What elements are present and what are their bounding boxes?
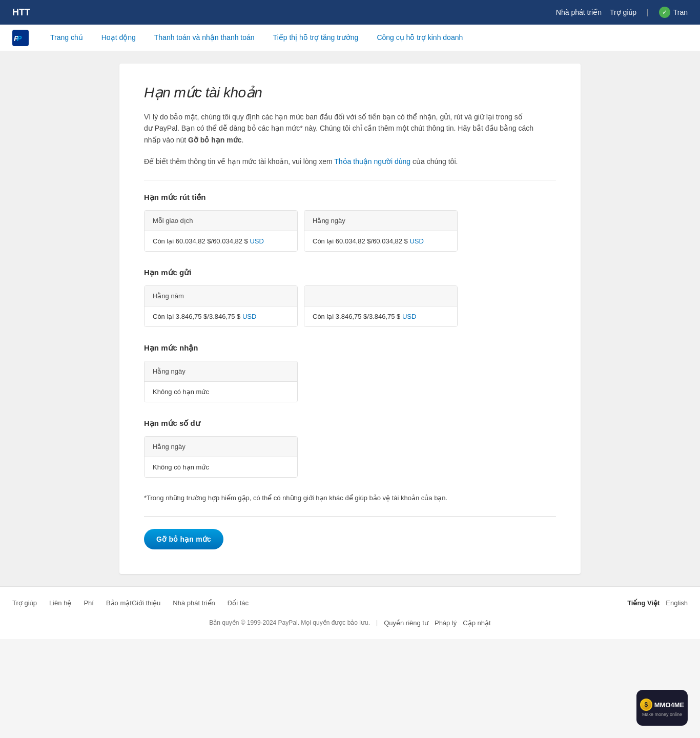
footer-link-partner[interactable]: Đối tác	[228, 599, 249, 607]
balance-daily-header: Hằng ngày	[145, 437, 297, 457]
withdraw-section-title: Hạn mức rút tiền	[144, 193, 556, 202]
page-wrapper: Hạn mức tài khoản Vì lý do bảo mật, chún…	[0, 51, 700, 586]
user-avatar: ✓	[659, 7, 670, 18]
svg-text:P: P	[17, 34, 22, 43]
footer-link-fees[interactable]: Phí	[84, 599, 94, 607]
send-section: Hạn mức gửi Hằng năm Còn lại 3.846,75 $/…	[144, 268, 556, 327]
footer-link-help[interactable]: Trợ giúp	[12, 599, 37, 607]
balance-grid: Hằng ngày Không có hạn mức	[144, 436, 556, 478]
footer-row-1: Trợ giúp Liên hệ Phí Bảo mật	[12, 599, 132, 607]
footnote: *Trong những trường hợp hiếm gặp, có thể…	[144, 494, 556, 502]
nav-item-marketing[interactable]: Tiếp thị hỗ trợ tăng trưởng	[264, 25, 368, 51]
send-yearly-header: Hằng năm	[145, 286, 297, 306]
balance-section-title: Hạn mức số dư	[144, 419, 556, 428]
withdraw-daily-value: Còn lại 60.034,82 $/60.034,82 $ USD	[304, 231, 457, 251]
send-box2-header	[304, 286, 457, 306]
footer-link-about[interactable]: Giới thiệu	[132, 599, 160, 607]
main-nav: P P Trang chủ Hoạt động Thanh toán và nh…	[0, 25, 700, 51]
receive-daily-box: Hằng ngày Không có hạn mức	[144, 361, 298, 402]
nav-developer-link[interactable]: Nhà phát triển	[556, 8, 602, 16]
page-title: Hạn mức tài khoản	[144, 84, 556, 101]
send-grid: Hằng năm Còn lại 3.846,75 $/3.846,75 $ U…	[144, 285, 556, 327]
receive-section-title: Hạn mức nhận	[144, 343, 556, 353]
withdraw-daily-header: Hằng ngày	[304, 211, 457, 231]
header-actions: Nhà phát triển Trợ giúp | ✓ Tran	[556, 7, 688, 18]
user-menu[interactable]: ✓ Tran	[659, 7, 688, 18]
footer-lang-en[interactable]: English	[666, 599, 688, 607]
footer-link-privacy[interactable]: Bảo mật	[106, 599, 132, 607]
footer-language: Tiếng Việt English	[627, 599, 688, 607]
withdraw-grid: Mỗi giao dịch Còn lại 60.034,82 $/60.034…	[144, 210, 556, 252]
withdraw-per-transaction-value: Còn lại 60.034,82 $/60.034,82 $ USD	[145, 231, 297, 251]
intro-paragraph: Vì lý do bảo mật, chúng tôi quy định các…	[144, 111, 544, 146]
user-agreement-paragraph: Để biết thêm thông tin về hạn mức tài kh…	[144, 156, 544, 167]
balance-section: Hạn mức số dư Hằng ngày Không có hạn mức	[144, 419, 556, 478]
footer-top: Trợ giúp Liên hệ Phí Bảo mật Giới thiệu …	[12, 599, 688, 611]
user-name: Tran	[673, 8, 688, 16]
footer-link-contact[interactable]: Liên hệ	[49, 599, 71, 607]
withdraw-daily-box: Hằng ngày Còn lại 60.034,82 $/60.034,82 …	[304, 210, 458, 252]
footer-row-2: Giới thiệu Nhà phát triển Đối tác	[132, 599, 249, 607]
balance-daily-box: Hằng ngày Không có hạn mức	[144, 436, 298, 478]
send-section-title: Hạn mức gửi	[144, 268, 556, 277]
footer-copyright: Bản quyền © 1999-2024 PayPal. Mọi quyền …	[12, 619, 688, 627]
receive-daily-value: Không có hạn mức	[145, 382, 297, 402]
withdraw-per-transaction-header: Mỗi giao dịch	[145, 211, 297, 231]
receive-daily-header: Hằng ngày	[145, 361, 297, 382]
nav-item-payments[interactable]: Thanh toán và nhận thanh toán	[145, 25, 264, 51]
nav-item-activity[interactable]: Hoạt động	[92, 25, 145, 51]
footer-lang-vn[interactable]: Tiếng Việt	[627, 599, 660, 607]
send-yearly-box: Hằng năm Còn lại 3.846,75 $/3.846,75 $ U…	[144, 285, 298, 327]
withdraw-per-transaction-box: Mỗi giao dịch Còn lại 60.034,82 $/60.034…	[144, 210, 298, 252]
footer-link-developer[interactable]: Nhà phát triển	[173, 599, 215, 607]
user-agreement-link[interactable]: Thỏa thuận người dùng	[334, 157, 410, 166]
footer-legal-legal[interactable]: Pháp lý	[435, 619, 457, 627]
nav-item-home[interactable]: Trang chủ	[41, 25, 92, 51]
header-divider: |	[647, 8, 649, 16]
receive-grid: Hằng ngày Không có hạn mức	[144, 361, 556, 402]
paypal-logo: P P	[12, 30, 29, 46]
site-header: HTT Nhà phát triển Trợ giúp | ✓ Tran	[0, 0, 700, 25]
nav-help-link[interactable]: Trợ giúp	[610, 8, 636, 16]
footer-divider: |	[376, 619, 378, 626]
send-yearly-value: Còn lại 3.846,75 $/3.846,75 $ USD	[145, 306, 297, 326]
footer-legal-update[interactable]: Cập nhật	[463, 619, 490, 627]
receive-section: Hạn mức nhận Hằng ngày Không có hạn mức	[144, 343, 556, 402]
header-logo: HTT	[12, 7, 30, 18]
nav-item-tools[interactable]: Công cụ hỗ trợ kinh doanh	[367, 25, 472, 51]
section-divider-top	[144, 180, 556, 180]
footer-legal-privacy[interactable]: Quyền riêng tư	[384, 619, 428, 627]
site-footer: Trợ giúp Liên hệ Phí Bảo mật Giới thiệu …	[0, 586, 700, 639]
balance-daily-value: Không có hạn mức	[145, 457, 297, 477]
send-box2-value: Còn lại 3.846,75 $/3.846,75 $ USD	[304, 306, 457, 326]
send-box2: Còn lại 3.846,75 $/3.846,75 $ USD	[304, 285, 458, 327]
section-divider-bottom	[144, 516, 556, 517]
withdraw-section: Hạn mức rút tiền Mỗi giao dịch Còn lại 6…	[144, 193, 556, 252]
remove-limits-button[interactable]: Gỡ bỏ hạn mức	[144, 529, 223, 549]
content-card: Hạn mức tài khoản Vì lý do bảo mật, chún…	[119, 64, 581, 574]
footer-links: Trợ giúp Liên hệ Phí Bảo mật Giới thiệu …	[12, 599, 249, 611]
